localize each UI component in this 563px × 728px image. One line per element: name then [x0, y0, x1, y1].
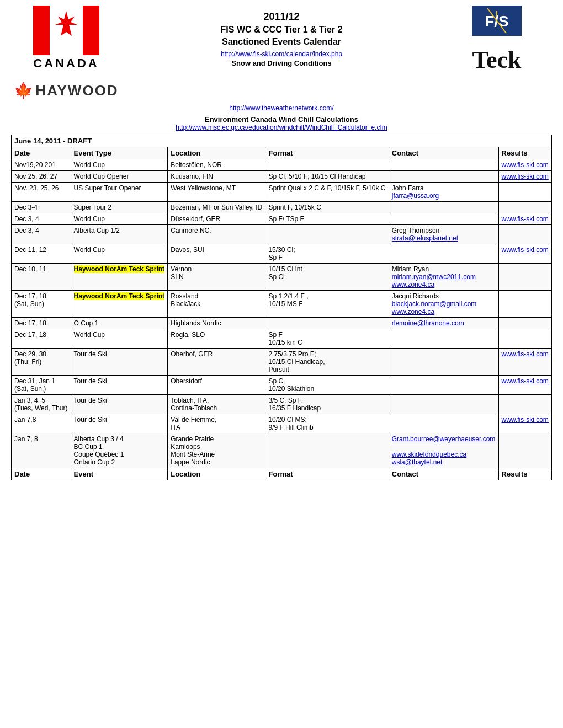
table-row: Dec 11, 12World CupDavos, SUI15/30 Cl; S… [12, 244, 552, 264]
row-date: Jan 7,8 [12, 414, 71, 433]
row-format: Sprint F, 10/15k C [265, 202, 389, 213]
row-results [498, 264, 551, 291]
table-row: Jan 7, 8Alberta Cup 3 / 4 BC Cup 1 Coupe… [12, 433, 552, 468]
row-location: Canmore NC. [168, 225, 265, 244]
cell-link[interactable]: www.zone4.ca [392, 308, 434, 315]
col-location: Location [168, 147, 265, 159]
col-date: Date [12, 147, 71, 159]
row-format [265, 159, 389, 171]
table-row: Dec 29, 30 (Thu, Fri)Tour de SkiOberhof,… [12, 349, 552, 376]
snow-driving-text: Snow and Driving Conditions [121, 59, 442, 67]
row-date: Jan 3, 4, 5 (Tues, Wed, Thur) [12, 395, 71, 414]
row-contact: Greg Thompsonstrata@telusplanet.net [389, 225, 498, 244]
row-event: Tour de Ski [71, 414, 168, 433]
row-contact [389, 171, 498, 183]
cell-link[interactable]: www.fis-ski.com [502, 173, 549, 180]
weather-section: http://www.theweathernetwork.com/ [11, 104, 552, 112]
footer-date: Date [12, 468, 71, 480]
row-format [265, 318, 389, 329]
cell-link[interactable]: strata@telusplanet.net [392, 234, 458, 242]
row-event: Super Tour 2 [71, 202, 168, 213]
cell-link[interactable]: jfarra@ussa.org [392, 192, 439, 200]
fis-title: FIS WC & CCC Tier 1 & Tier 2 [121, 25, 442, 35]
row-format: Sp C, 10/20 Skiathlon [265, 376, 389, 395]
cell-link[interactable]: www.fis-ski.com [502, 350, 549, 358]
row-event: US Super Tour Opener [71, 183, 168, 202]
footer-location: Location [168, 468, 265, 480]
sanct-title: Sanctioned Events Calendar [121, 37, 442, 47]
row-event: Tour de Ski [71, 395, 168, 414]
row-results [498, 291, 551, 318]
table-row: Dec 31, Jan 1 (Sat, Sun,)Tour de SkiOber… [12, 376, 552, 395]
row-format: 10/20 Cl MS; 9/9 F Hill Climb [265, 414, 389, 433]
cell-link[interactable]: www.fis-ski.com [502, 215, 549, 223]
cell-link[interactable]: www.fis-ski.com [502, 246, 549, 254]
haywood-logo: 🍁 HAYWOOD [14, 82, 118, 100]
row-date: Dec 11, 12 [12, 244, 71, 264]
row-contact: John Farrajfarra@ussa.org [389, 183, 498, 202]
left-logos: CANADA 🍁 HAYWOOD [11, 6, 121, 100]
haywood-leaf-icon: 🍁 [14, 82, 33, 100]
haywood-label: HAYWOOD [35, 82, 118, 99]
row-date: Nov. 23, 25, 26 [12, 183, 71, 202]
draft-row: June 14, 2011 - DRAFT [12, 135, 552, 147]
row-results: www.fis-ski.com [498, 244, 551, 264]
row-results [498, 395, 551, 414]
cell-link[interactable]: www.zone4.ca [392, 281, 434, 288]
row-contact: Grant.bourree@weyerhaeuser.comwww.skidef… [389, 433, 498, 468]
row-date: Dec 3-4 [12, 202, 71, 213]
cell-link[interactable]: miriam.ryan@mwc2011.com [392, 273, 476, 281]
page-header: CANADA 🍁 HAYWOOD 2011/12 FIS WC & CCC Ti… [11, 6, 552, 100]
cell-link[interactable]: blackjack.noram@gmail.com [392, 300, 477, 308]
footer-contact: Contact [389, 468, 498, 480]
row-contact [389, 395, 498, 414]
row-event: Haywood NorAm Teck Sprint [71, 264, 168, 291]
env-section: Environment Canada Wind Chill Calculatio… [11, 115, 552, 131]
table-row: Nov19,20 201World CupBeitostölen, NORwww… [12, 159, 552, 171]
table-row: Jan 3, 4, 5 (Tues, Wed, Thur)Tour de Ski… [12, 395, 552, 414]
cell-link[interactable]: www.fis-ski.com [502, 377, 549, 385]
row-results [498, 329, 551, 349]
table-row: Dec 3, 4World CupDüsseldorf, GERSp F/ TS… [12, 213, 552, 225]
footer-format: Format [265, 468, 389, 480]
row-location: Toblach, ITA, Cortina-Toblach [168, 395, 265, 414]
cell-link[interactable]: rlemoine@lhranone.com [392, 319, 464, 327]
row-results: www.fis-ski.com [498, 213, 551, 225]
fis-link[interactable]: http://www.fis-ski.com/calendar/index.ph… [221, 50, 342, 58]
row-location: Rogla, SLO [168, 329, 265, 349]
col-event: Event Type [71, 147, 168, 159]
cell-link[interactable]: Grant.bourree@weyerhaeuser.com [392, 435, 496, 443]
row-results: www.fis-ski.com [498, 159, 551, 171]
canada-logo [33, 6, 99, 55]
row-contact: Miriam Ryanmiriam.ryan@mwc2011.comwww.zo… [389, 264, 498, 291]
table-row: Dec 10, 11Haywood NorAm Teck SprintVerno… [12, 264, 552, 291]
footer-results: Results [498, 468, 551, 480]
row-date: Nov19,20 201 [12, 159, 71, 171]
row-location: Val de Fiemme, ITA [168, 414, 265, 433]
cell-link[interactable]: www.fis-ski.com [502, 161, 549, 169]
row-event: Alberta Cup 1/2 [71, 225, 168, 244]
svg-text:I: I [496, 9, 498, 18]
row-location: Kuusamo, FIN [168, 171, 265, 183]
env-link[interactable]: http://www.msc.ec.gc.ca/education/windch… [176, 124, 387, 131]
row-contact [389, 244, 498, 264]
env-title: Environment Canada Wind Chill Calculatio… [11, 115, 552, 124]
row-format: Sprint Qual x 2 C & F, 10/15k F, 5/10k C [265, 183, 389, 202]
weather-link[interactable]: http://www.theweathernetwork.com/ [229, 104, 333, 112]
row-event: Alberta Cup 3 / 4 BC Cup 1 Coupe Québec … [71, 433, 168, 468]
row-location: Düsseldorf, GER [168, 213, 265, 225]
header-center: 2011/12 FIS WC & CCC Tier 1 & Tier 2 San… [121, 6, 442, 67]
row-event: World Cup [71, 244, 168, 264]
table-row: Dec 3-4Super Tour 2Bozeman, MT or Sun Va… [12, 202, 552, 213]
cell-link[interactable]: www.fis-ski.com [502, 416, 549, 424]
cell-link[interactable]: wsla@tbaytel.net [392, 458, 443, 466]
cell-link[interactable]: www.skidefondquebec.ca [392, 451, 466, 458]
row-format: 10/15 Cl Int Sp Cl [265, 264, 389, 291]
row-format: Sp F/ TSp F [265, 213, 389, 225]
row-event: World Cup [71, 213, 168, 225]
row-results [498, 318, 551, 329]
row-results: www.fis-ski.com [498, 349, 551, 376]
row-location: Davos, SUI [168, 244, 265, 264]
row-contact [389, 213, 498, 225]
canada-label: CANADA [33, 56, 99, 71]
